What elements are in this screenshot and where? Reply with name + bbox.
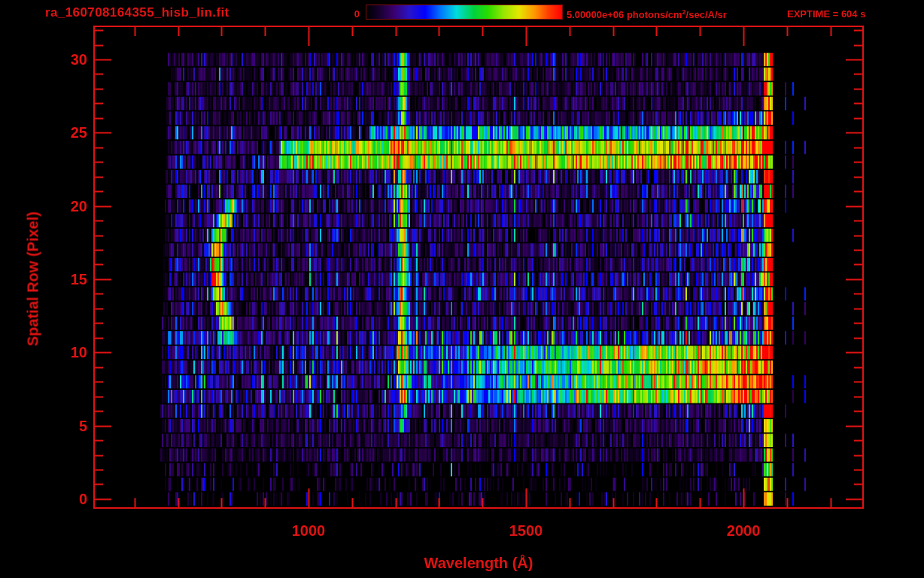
colorbar-units-suffix: /sec/A/sr [686, 9, 727, 20]
exptime-label: EXPTIME = 604 s [787, 8, 865, 20]
y-tick-label: 30 [48, 50, 87, 69]
y-tick-label: 0 [48, 489, 87, 509]
x-tick-label: 1500 [492, 522, 560, 540]
colorbar-units-prefix: 5.00000e+06 photons/cm [567, 9, 682, 20]
y-tick-label: 10 [48, 342, 87, 362]
colorbar-min-label: 0 [337, 8, 360, 20]
y-tick-label: 20 [48, 196, 87, 216]
colorbar-max-label: 5.00000e+06 photons/cm2/sec/A/sr [567, 8, 727, 20]
file-title: ra_160708164355_hisb_lin.fit [45, 5, 229, 20]
spectrogram-viewer-window: ra_160708164355_hisb_lin.fit 0 5.00000e+… [0, 0, 924, 578]
spectrogram-canvas [0, 0, 924, 578]
x-tick-label: 1000 [275, 522, 342, 540]
x-axis-title: Wavelength (Å) [366, 555, 591, 572]
colorbar [366, 5, 563, 20]
y-tick-label: 15 [48, 269, 87, 289]
x-tick-label: 2000 [710, 522, 777, 540]
y-tick-label: 5 [48, 416, 87, 436]
y-axis-title: Spatial Row (Pixel) [25, 174, 42, 385]
y-tick-label: 25 [48, 123, 87, 142]
